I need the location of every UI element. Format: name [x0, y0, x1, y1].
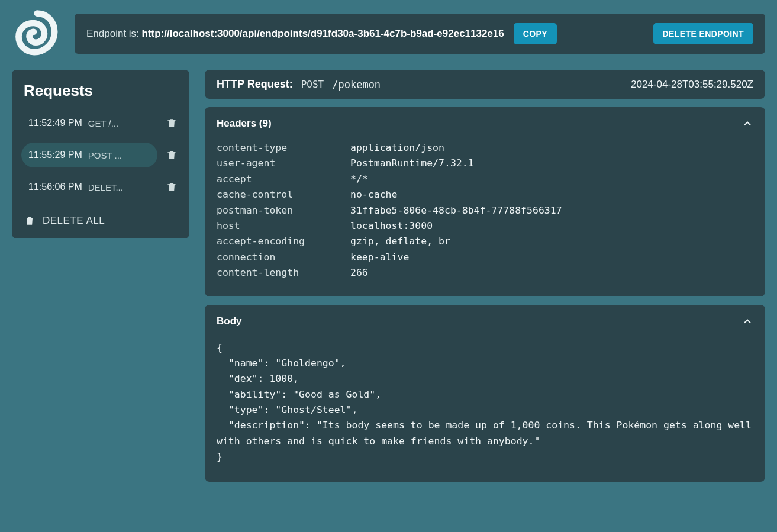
request-method-path: POST ...: [88, 150, 122, 160]
header-value: gzip, deflate, br: [350, 234, 450, 249]
trash-icon: [166, 181, 178, 193]
header-key: content-type: [217, 140, 350, 156]
header-value: localhost:3000: [350, 218, 433, 234]
header-key: accept: [217, 172, 350, 187]
request-path: /pokemon: [332, 79, 381, 91]
trash-icon: [166, 117, 178, 129]
request-row: 11:56:06 PMDELET...: [19, 171, 182, 203]
headers-panel: Headers (9) content-typeapplication/json…: [205, 107, 765, 296]
request-row: 11:52:49 PMGET /...: [19, 107, 182, 139]
request-row: 11:55:29 PMPOST ...: [19, 139, 182, 171]
delete-endpoint-button[interactable]: DELETE ENDPOINT: [653, 23, 753, 44]
header-key: connection: [217, 250, 350, 265]
request-time: 11:52:49 PM: [28, 118, 82, 128]
delete-request-button[interactable]: [163, 179, 180, 195]
http-request-label: HTTP Request:: [217, 78, 293, 91]
header-value: 266: [350, 265, 368, 280]
body-toggle[interactable]: Body: [205, 305, 765, 332]
endpoint-label: Endpoint is:: [86, 28, 142, 39]
header-key: accept-encoding: [217, 234, 350, 249]
delete-all-label: DELETE ALL: [43, 215, 105, 227]
request-summary-panel: HTTP Request: POST /pokemon 2024-04-28T0…: [205, 70, 765, 99]
request-method-path: GET /...: [88, 118, 118, 128]
header-row: hostlocalhost:3000: [217, 218, 753, 234]
header-row: accept*/*: [217, 172, 753, 187]
header-value: application/json: [350, 140, 444, 156]
header-row: accept-encodinggzip, deflate, br: [217, 234, 753, 249]
body-title: Body: [217, 315, 242, 327]
headers-title: Headers (9): [217, 118, 272, 130]
endpoint-url: http://localhost:3000/api/endpoints/d91f…: [142, 28, 504, 39]
app-logo: [12, 9, 60, 58]
header-value: PostmanRuntime/7.32.1: [350, 156, 474, 171]
request-timestamp: 2024-04-28T03:55:29.520Z: [631, 79, 753, 91]
header-row: content-length266: [217, 265, 753, 280]
headers-toggle[interactable]: Headers (9): [205, 107, 765, 134]
request-item[interactable]: 11:55:29 PMPOST ...: [21, 143, 157, 167]
delete-all-button[interactable]: DELETE ALL: [19, 203, 109, 227]
copy-button[interactable]: COPY: [514, 23, 557, 44]
request-time: 11:55:29 PM: [28, 150, 82, 160]
sidebar-title: Requests: [19, 79, 182, 107]
requests-sidebar: Requests 11:52:49 PMGET /...11:55:29 PMP…: [12, 70, 189, 238]
header-value: no-cache: [350, 187, 397, 202]
body-content: { "name": "Gholdengo", "dex": 1000, "abi…: [205, 332, 765, 482]
trash-icon: [166, 149, 178, 161]
request-time: 11:56:06 PM: [28, 182, 82, 192]
endpoint-bar: Endpoint is: http://localhost:3000/api/e…: [75, 14, 765, 54]
request-method: POST: [301, 79, 324, 90]
header-value: 31ffabe5-806e-48cb-8b4f-77788f566317: [350, 203, 562, 218]
body-panel: Body { "name": "Gholdengo", "dex": 1000,…: [205, 305, 765, 482]
header-row: connectionkeep-alive: [217, 250, 753, 265]
header-key: content-length: [217, 265, 350, 280]
delete-request-button[interactable]: [163, 115, 180, 131]
header-value: keep-alive: [350, 250, 409, 265]
chevron-up-icon: [741, 315, 753, 327]
chevron-up-icon: [741, 118, 753, 130]
header-key: user-agent: [217, 156, 350, 171]
request-method-path: DELET...: [88, 182, 123, 192]
header-row: cache-controlno-cache: [217, 187, 753, 202]
request-item[interactable]: 11:52:49 PMGET /...: [21, 111, 157, 136]
header-key: postman-token: [217, 203, 350, 218]
header-row: postman-token31ffabe5-806e-48cb-8b4f-777…: [217, 203, 753, 218]
header-value: */*: [350, 172, 368, 187]
header-row: user-agentPostmanRuntime/7.32.1: [217, 156, 753, 171]
header-key: cache-control: [217, 187, 350, 202]
header-row: content-typeapplication/json: [217, 140, 753, 156]
request-item[interactable]: 11:56:06 PMDELET...: [21, 175, 157, 199]
headers-table: content-typeapplication/jsonuser-agentPo…: [205, 134, 765, 296]
trash-icon: [24, 215, 36, 227]
delete-request-button[interactable]: [163, 147, 180, 163]
header-key: host: [217, 218, 350, 234]
